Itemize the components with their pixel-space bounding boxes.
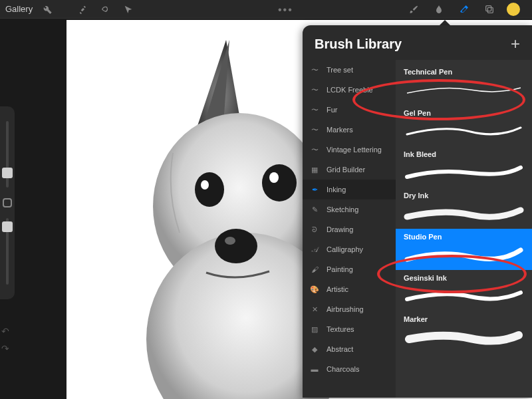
brush-preview	[404, 161, 524, 184]
gallery-button[interactable]: Gallery	[5, 4, 33, 14]
grid-icon: ▦	[309, 164, 320, 175]
brush-gel-pen[interactable]: Gel Pen	[396, 105, 532, 146]
category-textures[interactable]: ▨Textures	[303, 319, 396, 339]
brush-preview	[404, 202, 524, 225]
charcoal-icon: ▬	[309, 364, 320, 374]
category-inking[interactable]: ✒Inking	[303, 180, 396, 200]
svg-point-6	[262, 164, 297, 201]
svg-point-8	[215, 229, 257, 263]
brush-preview	[404, 120, 524, 142]
brush-preview	[404, 243, 524, 266]
brush-preview	[404, 78, 524, 101]
wrench-icon[interactable]	[39, 1, 55, 17]
pencil-icon: ✎	[309, 204, 320, 215]
category-painting[interactable]: 🖌Painting	[303, 259, 396, 279]
add-brush-button[interactable]: +	[511, 35, 520, 53]
color-chip[interactable]	[507, 3, 520, 16]
select-icon[interactable]	[98, 1, 114, 17]
brush-ink-bleed[interactable]: Ink Bleed	[396, 146, 532, 188]
svg-point-7	[269, 172, 279, 183]
category-markers[interactable]: 〜Markers	[303, 120, 396, 140]
category-artistic[interactable]: 🎨Artistic	[303, 279, 396, 299]
top-toolbar: Gallery •••	[0, 0, 532, 19]
svg-point-4	[195, 172, 224, 207]
brush-studio-pen[interactable]: Studio Pen	[396, 229, 532, 270]
ink-icon: ✒	[309, 184, 320, 195]
svg-point-5	[201, 180, 209, 190]
calligraphy-icon: 𝒜	[309, 244, 320, 255]
brush-marker[interactable]: Marker	[396, 311, 532, 352]
category-sketching[interactable]: ✎Sketching	[303, 200, 396, 219]
category-charcoals[interactable]: ▬Charcoals	[303, 359, 396, 379]
undo-icon[interactable]: ↶	[1, 326, 9, 336]
brush-dry-ink[interactable]: Dry Ink	[396, 188, 532, 229]
brush-set-icon: 〜	[309, 84, 320, 95]
redo-icon[interactable]: ↷	[1, 343, 9, 354]
category-drawing[interactable]: ᘐDrawing	[303, 219, 396, 239]
svg-point-9	[225, 237, 235, 245]
draw-icon: ᘐ	[309, 224, 320, 235]
brush-preview	[404, 285, 524, 307]
category-grid[interactable]: ▦Grid Builder	[303, 160, 396, 180]
brush-set-icon: 〜	[309, 144, 320, 155]
layers-icon[interactable]	[481, 1, 497, 17]
category-abstract[interactable]: ◆Abstract	[303, 339, 396, 359]
cursor-icon[interactable]	[120, 1, 136, 17]
texture-icon: ▨	[309, 324, 320, 334]
wand-icon[interactable]	[75, 1, 91, 17]
smudge-icon[interactable]	[431, 1, 447, 17]
svg-rect-1	[487, 7, 493, 13]
eraser-icon[interactable]	[456, 1, 472, 17]
panel-title: Brush Library	[315, 37, 402, 52]
side-controls	[0, 106, 15, 299]
brush-library-panel: Brush Library + 〜Tree set 〜LCDK Freebie …	[303, 25, 532, 398]
paint-icon: 🖌	[309, 264, 320, 275]
brush-preview	[404, 326, 524, 348]
brush-set-icon: 〜	[309, 124, 320, 135]
brush-list: Technical Pen Gel Pen Ink Bleed Dry Ink …	[396, 60, 532, 398]
brush-technical-pen[interactable]: Technical Pen	[396, 64, 532, 105]
opacity-slider[interactable]	[6, 218, 9, 285]
airbrush-icon: ✕	[309, 304, 320, 315]
svg-rect-0	[486, 5, 491, 11]
brush-set-icon: 〜	[309, 104, 320, 115]
category-list: 〜Tree set 〜LCDK Freebie 〜Fur 〜Markers 〜V…	[303, 60, 396, 398]
brush-icon[interactable]	[406, 1, 422, 17]
category-vintage[interactable]: 〜Vintage Lettering	[303, 140, 396, 160]
category-tree-set[interactable]: 〜Tree set	[303, 60, 396, 80]
abstract-icon: ◆	[309, 344, 320, 354]
category-calligraphy[interactable]: 𝒜Calligraphy	[303, 239, 396, 259]
category-lcdk[interactable]: 〜LCDK Freebie	[303, 80, 396, 100]
brush-gesinski[interactable]: Gesinski Ink	[396, 270, 532, 311]
category-airbrushing[interactable]: ✕Airbrushing	[303, 299, 396, 319]
undo-redo: ↶ ↷	[1, 326, 9, 354]
modifier-button[interactable]	[3, 198, 12, 207]
palette-icon: 🎨	[309, 284, 320, 295]
brush-size-slider[interactable]	[6, 121, 9, 188]
category-fur[interactable]: 〜Fur	[303, 100, 396, 120]
more-dots-icon[interactable]: •••	[278, 4, 293, 16]
brush-set-icon: 〜	[309, 65, 320, 75]
